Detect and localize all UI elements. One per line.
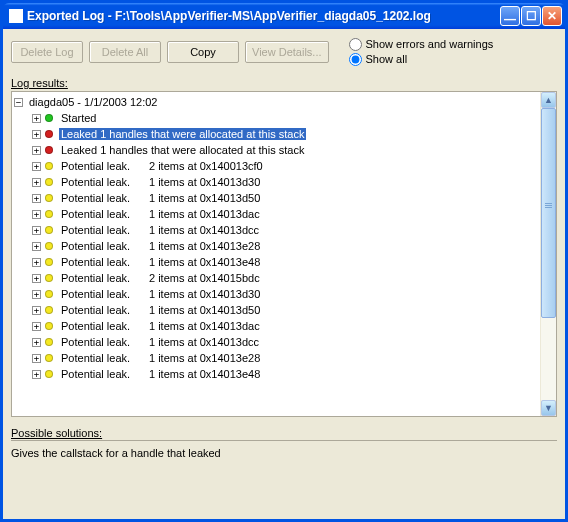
tree-row-1[interactable]: +Leaked 1 handles that were allocated at… <box>14 126 540 142</box>
filter-show-all-label: Show all <box>366 52 408 67</box>
tree-row-label: Potential leak.1 items at 0x14013d30 <box>59 288 262 300</box>
tree-row-label: Potential leak.1 items at 0x14013dac <box>59 208 262 220</box>
expander-icon[interactable]: + <box>32 338 41 347</box>
tree-row-10[interactable]: +Potential leak.2 items at 0x14015bdc <box>14 270 540 286</box>
possible-solutions-label: Possible solutions: <box>11 427 102 439</box>
tree-row-4[interactable]: +Potential leak.1 items at 0x14013d30 <box>14 174 540 190</box>
tree-row-13[interactable]: +Potential leak.1 items at 0x14013dac <box>14 318 540 334</box>
solution-text: Gives the callstack for a handle that le… <box>11 447 221 459</box>
view-details-button[interactable]: View Details... <box>245 41 329 63</box>
expander-icon[interactable]: + <box>32 274 41 283</box>
tree-row-8[interactable]: +Potential leak.1 items at 0x14013e28 <box>14 238 540 254</box>
close-button[interactable]: ✕ <box>542 6 562 26</box>
scroll-track[interactable] <box>541 108 556 400</box>
tree-row-3[interactable]: +Potential leak.2 items at 0x140013cf0 <box>14 158 540 174</box>
yellow-dot-icon <box>45 306 53 314</box>
tree-row-0[interactable]: +Started <box>14 110 540 126</box>
delete-all-button[interactable]: Delete All <box>89 41 161 63</box>
expander-icon[interactable]: + <box>32 242 41 251</box>
yellow-dot-icon <box>45 210 53 218</box>
expander-icon[interactable]: + <box>32 146 41 155</box>
yellow-dot-icon <box>45 194 53 202</box>
expander-icon[interactable]: + <box>32 130 41 139</box>
yellow-dot-icon <box>45 354 53 362</box>
tree-row-label: Potential leak.1 items at 0x14013dcc <box>59 336 261 348</box>
yellow-dot-icon <box>45 322 53 330</box>
green-dot-icon <box>45 114 53 122</box>
scroll-down-button[interactable]: ▼ <box>541 400 556 416</box>
delete-log-button[interactable]: Delete Log <box>11 41 83 63</box>
yellow-dot-icon <box>45 242 53 250</box>
expander-icon[interactable]: + <box>32 114 41 123</box>
window-title: Exported Log - F:\Tools\AppVerifier-MS\A… <box>27 9 500 23</box>
minimize-button[interactable]: — <box>500 6 520 26</box>
tree-row-15[interactable]: +Potential leak.1 items at 0x14013e28 <box>14 350 540 366</box>
tree-row-label: Potential leak.1 items at 0x14013dcc <box>59 224 261 236</box>
red-dot-icon <box>45 130 53 138</box>
red-dot-icon <box>45 146 53 154</box>
window-titlebar: Exported Log - F:\Tools\AppVerifier-MS\A… <box>3 3 565 29</box>
tree-row-2[interactable]: +Leaked 1 handles that were allocated at… <box>14 142 540 158</box>
client-area: Delete Log Delete All Copy View Details.… <box>3 29 565 519</box>
yellow-dot-icon <box>45 338 53 346</box>
tree-row-11[interactable]: +Potential leak.1 items at 0x14013d30 <box>14 286 540 302</box>
expander-icon[interactable]: + <box>32 306 41 315</box>
tree-row-label: Potential leak.1 items at 0x14013e28 <box>59 240 262 252</box>
yellow-dot-icon <box>45 226 53 234</box>
tree-row-label: Potential leak.1 items at 0x14013dac <box>59 320 262 332</box>
toolbar: Delete Log Delete All Copy View Details.… <box>11 37 557 67</box>
tree-row-label: Potential leak.2 items at 0x140013cf0 <box>59 160 265 172</box>
expander-icon[interactable]: + <box>32 210 41 219</box>
tree-row-14[interactable]: +Potential leak.1 items at 0x14013dcc <box>14 334 540 350</box>
expander-icon[interactable]: + <box>32 178 41 187</box>
tree-row-label: Started <box>59 112 98 124</box>
tree-row-label: Potential leak.2 items at 0x14015bdc <box>59 272 262 284</box>
tree-row-label: Potential leak.1 items at 0x14013d30 <box>59 176 262 188</box>
copy-button[interactable]: Copy <box>167 41 239 63</box>
filter-errors-warnings[interactable]: Show errors and warnings <box>349 37 494 52</box>
log-tree: −diagda05 - 1/1/2003 12:02+Started+Leake… <box>11 91 557 417</box>
yellow-dot-icon <box>45 162 53 170</box>
expander-icon[interactable]: − <box>14 98 23 107</box>
tree-row-label: Leaked 1 handles that were allocated at … <box>59 128 306 140</box>
yellow-dot-icon <box>45 258 53 266</box>
tree-row-6[interactable]: +Potential leak.1 items at 0x14013dac <box>14 206 540 222</box>
vertical-scrollbar[interactable]: ▲ ▼ <box>540 92 556 416</box>
tree-row-label: Potential leak.1 items at 0x14013d50 <box>59 192 262 204</box>
expander-icon[interactable]: + <box>32 226 41 235</box>
tree-row-root[interactable]: −diagda05 - 1/1/2003 12:02 <box>14 94 540 110</box>
yellow-dot-icon <box>45 178 53 186</box>
log-results-label: Log results: <box>11 77 68 89</box>
yellow-dot-icon <box>45 370 53 378</box>
app-icon <box>9 9 23 23</box>
scroll-thumb[interactable] <box>541 108 556 318</box>
scroll-up-button[interactable]: ▲ <box>541 92 556 108</box>
yellow-dot-icon <box>45 290 53 298</box>
expander-icon[interactable]: + <box>32 370 41 379</box>
maximize-button[interactable]: ☐ <box>521 6 541 26</box>
filter-show-all[interactable]: Show all <box>349 52 494 67</box>
tree-row-label: Potential leak.1 items at 0x14013e48 <box>59 368 262 380</box>
expander-icon[interactable]: + <box>32 290 41 299</box>
tree-row-label: Potential leak.1 items at 0x14013e48 <box>59 256 262 268</box>
tree-row-label: Leaked 1 handles that were allocated at … <box>59 144 306 156</box>
expander-icon[interactable]: + <box>32 354 41 363</box>
expander-icon[interactable]: + <box>32 194 41 203</box>
tree-row-12[interactable]: +Potential leak.1 items at 0x14013d50 <box>14 302 540 318</box>
expander-icon[interactable]: + <box>32 162 41 171</box>
filter-errors-warnings-radio[interactable] <box>349 38 362 51</box>
tree-row-7[interactable]: +Potential leak.1 items at 0x14013dcc <box>14 222 540 238</box>
tree-row-label: Potential leak.1 items at 0x14013d50 <box>59 304 262 316</box>
expander-icon[interactable]: + <box>32 322 41 331</box>
tree-row-5[interactable]: +Potential leak.1 items at 0x14013d50 <box>14 190 540 206</box>
filter-show-all-radio[interactable] <box>349 53 362 66</box>
yellow-dot-icon <box>45 274 53 282</box>
tree-row-9[interactable]: +Potential leak.1 items at 0x14013e48 <box>14 254 540 270</box>
tree-row-16[interactable]: +Potential leak.1 items at 0x14013e48 <box>14 366 540 382</box>
tree-row-label: diagda05 - 1/1/2003 12:02 <box>27 96 159 108</box>
tree-row-label: Potential leak.1 items at 0x14013e28 <box>59 352 262 364</box>
expander-icon[interactable]: + <box>32 258 41 267</box>
filter-errors-warnings-label: Show errors and warnings <box>366 37 494 52</box>
